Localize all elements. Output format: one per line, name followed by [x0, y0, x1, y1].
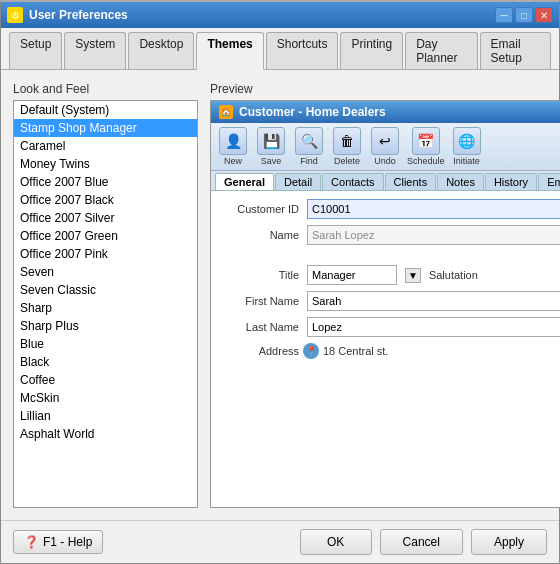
form-row-last-name: Last Name — [219, 317, 560, 337]
preview-tab-clients[interactable]: Clients — [385, 173, 437, 190]
last-name-label: Last Name — [219, 321, 299, 333]
toolbar-new[interactable]: 👤 New — [217, 127, 249, 166]
tab-email-setup[interactable]: Email Setup — [480, 32, 551, 69]
address-value: 18 Central st. — [323, 345, 388, 357]
right-panel: Preview 🏠 Customer - Home Dealers 👤 New — [210, 82, 560, 508]
minimize-button[interactable]: ─ — [495, 7, 513, 23]
close-button[interactable]: ✕ — [535, 7, 553, 23]
toolbar-undo[interactable]: ↩ Undo — [369, 127, 401, 166]
list-item[interactable]: Coffee — [14, 371, 197, 389]
list-item[interactable]: Office 2007 Pink — [14, 245, 197, 263]
tab-desktop[interactable]: Desktop — [128, 32, 194, 69]
find-label: Find — [300, 156, 318, 166]
customer-id-label: Customer ID — [219, 203, 299, 215]
left-panel: Look and Feel Default (System) Stamp Sho… — [13, 82, 198, 508]
form-row-customer-id: Customer ID — [219, 199, 560, 219]
title-dropdown-btn[interactable]: ▼ — [405, 268, 421, 283]
theme-list-scroll[interactable]: Default (System) Stamp Shop Manager Cara… — [14, 101, 197, 507]
initiate-icon: 🌐 — [453, 127, 481, 155]
preview-title-text: Customer - Home Dealers — [239, 105, 386, 119]
find-icon: 🔍 — [295, 127, 323, 155]
tab-shortcuts[interactable]: Shortcuts — [266, 32, 339, 69]
tabs-row: Setup System Desktop Themes Shortcuts Pr… — [1, 28, 559, 70]
title-bar: ⚙ User Preferences ─ □ ✕ — [1, 2, 559, 28]
list-item[interactable]: Stamp Shop Manager — [14, 119, 197, 137]
title-input[interactable] — [307, 265, 397, 285]
address-pin-icon[interactable]: 📍 — [303, 343, 319, 359]
tab-themes[interactable]: Themes — [196, 32, 263, 70]
tab-printing[interactable]: Printing — [340, 32, 403, 69]
list-item[interactable]: Black — [14, 353, 197, 371]
list-item[interactable]: Office 2007 Blue — [14, 173, 197, 191]
list-item[interactable]: McSkin — [14, 389, 197, 407]
preview-tab-history[interactable]: History — [485, 173, 537, 190]
ok-button[interactable]: OK — [300, 529, 372, 555]
window-icon: ⚙ — [7, 7, 23, 23]
name-input[interactable] — [307, 225, 560, 245]
title-bar-left: ⚙ User Preferences — [7, 7, 128, 23]
save-label: Save — [261, 156, 282, 166]
help-icon: ❓ — [24, 535, 39, 549]
list-item[interactable]: Sharp Plus — [14, 317, 197, 335]
list-item[interactable]: Office 2007 Black — [14, 191, 197, 209]
list-item[interactable]: Blue — [14, 335, 197, 353]
title-controls: ─ □ ✕ — [495, 7, 553, 23]
toolbar-delete[interactable]: 🗑 Delete — [331, 127, 363, 166]
list-item[interactable]: Seven — [14, 263, 197, 281]
toolbar-schedule[interactable]: 📅 Schedule — [407, 127, 445, 166]
list-item[interactable]: Caramel — [14, 137, 197, 155]
tab-setup[interactable]: Setup — [9, 32, 62, 69]
list-item[interactable]: Sharp — [14, 299, 197, 317]
form-row-title: Title ▼ Salutation — [219, 265, 560, 285]
apply-button[interactable]: Apply — [471, 529, 547, 555]
salutation-label: Salutation — [429, 269, 478, 281]
maximize-button[interactable]: □ — [515, 7, 533, 23]
list-item[interactable]: Money Twins — [14, 155, 197, 173]
new-label: New — [224, 156, 242, 166]
schedule-icon: 📅 — [412, 127, 440, 155]
preview-title-icon: 🏠 — [219, 105, 233, 119]
preview-tab-notes[interactable]: Notes — [437, 173, 484, 190]
last-name-input[interactable] — [307, 317, 560, 337]
initiate-label: Initiate — [453, 156, 480, 166]
content-area: Look and Feel Default (System) Stamp Sho… — [1, 70, 559, 520]
first-name-input[interactable] — [307, 291, 560, 311]
list-item[interactable]: Office 2007 Green — [14, 227, 197, 245]
preview-toolbar: 👤 New 💾 Save 🔍 Find 🗑 — [211, 123, 560, 171]
look-and-feel-label: Look and Feel — [13, 82, 198, 96]
toolbar-find[interactable]: 🔍 Find — [293, 127, 325, 166]
customer-id-input[interactable] — [307, 199, 560, 219]
help-button[interactable]: ❓ F1 - Help — [13, 530, 103, 554]
main-window: ⚙ User Preferences ─ □ ✕ Setup System De… — [0, 0, 560, 564]
form-row-name: Name — [219, 225, 560, 245]
main-panel: Look and Feel Default (System) Stamp Sho… — [13, 82, 547, 508]
list-item[interactable]: Asphalt World — [14, 425, 197, 443]
cancel-button[interactable]: Cancel — [380, 529, 463, 555]
delete-icon: 🗑 — [333, 127, 361, 155]
tab-day-planner[interactable]: Day Planner — [405, 32, 477, 69]
save-icon: 💾 — [257, 127, 285, 155]
theme-list-container: Default (System) Stamp Shop Manager Cara… — [13, 100, 198, 508]
address-label: Address — [219, 345, 299, 357]
list-item[interactable]: Lillian — [14, 407, 197, 425]
toolbar-save[interactable]: 💾 Save — [255, 127, 287, 166]
toolbar-initiate[interactable]: 🌐 Initiate — [451, 127, 483, 166]
tab-system[interactable]: System — [64, 32, 126, 69]
preview-tab-email[interactable]: Ema... — [538, 173, 560, 190]
list-item[interactable]: Seven Classic — [14, 281, 197, 299]
preview-title-bar: 🏠 Customer - Home Dealers — [211, 101, 560, 123]
schedule-label: Schedule — [407, 156, 445, 166]
preview-tab-general[interactable]: General — [215, 173, 274, 190]
preview-tabs: General Detail Contacts Clients Notes Hi… — [211, 171, 560, 191]
preview-form: Customer ID Name Title ▼ Salutatio — [211, 191, 560, 507]
window-title: User Preferences — [29, 8, 128, 22]
bottom-bar: ❓ F1 - Help OK Cancel Apply — [1, 520, 559, 563]
preview-tab-contacts[interactable]: Contacts — [322, 173, 383, 190]
help-label: F1 - Help — [43, 535, 92, 549]
list-item[interactable]: Default (System) — [14, 101, 197, 119]
preview-box: 🏠 Customer - Home Dealers 👤 New 💾 Save — [210, 100, 560, 508]
list-item[interactable]: Office 2007 Silver — [14, 209, 197, 227]
name-label: Name — [219, 229, 299, 241]
first-name-label: First Name — [219, 295, 299, 307]
preview-tab-detail[interactable]: Detail — [275, 173, 321, 190]
